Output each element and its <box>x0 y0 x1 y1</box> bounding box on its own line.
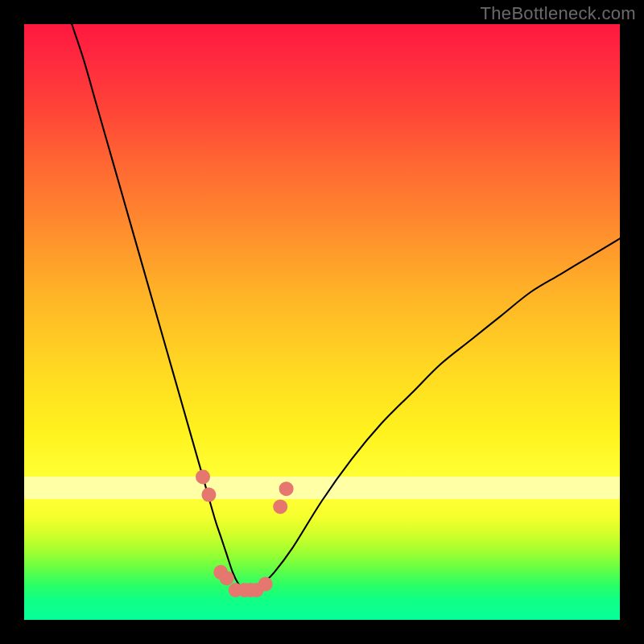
curve-marker <box>220 571 234 585</box>
curve-marker <box>273 499 287 514</box>
curve-marker <box>258 577 273 592</box>
curve-svg <box>24 24 620 620</box>
curve-marker <box>201 488 216 502</box>
plot-area <box>24 24 620 620</box>
outer-frame: TheBottleneck.com <box>0 0 644 644</box>
bottleneck-curve <box>72 24 620 591</box>
curve-marker <box>279 481 294 496</box>
marker-group <box>196 469 294 597</box>
curve-marker <box>196 469 210 484</box>
watermark-text: TheBottleneck.com <box>481 3 636 24</box>
